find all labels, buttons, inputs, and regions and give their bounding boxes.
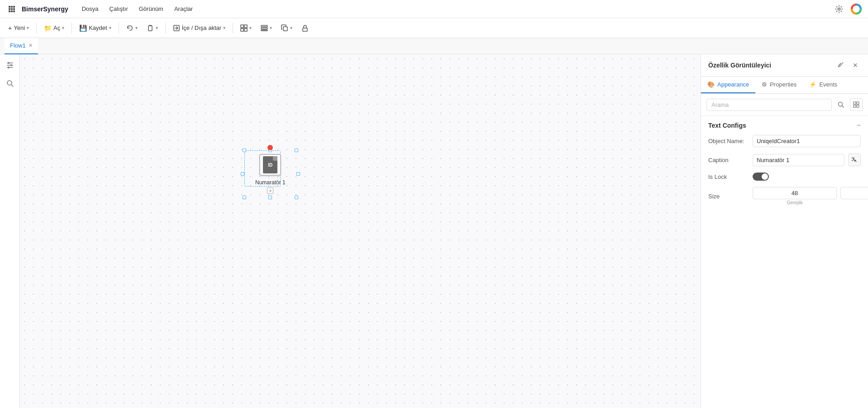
svg-rect-22 <box>303 28 307 31</box>
svg-rect-17 <box>244 29 247 31</box>
svg-rect-0 <box>9 6 10 8</box>
panel-search <box>701 94 868 116</box>
svg-rect-28 <box>854 102 856 104</box>
size-group: Genişlik Yükseklik <box>753 187 868 205</box>
events-tab-icon: ⚡ <box>809 81 816 88</box>
size-height-input[interactable] <box>840 187 868 199</box>
menu-dosya[interactable]: Dosya <box>77 4 103 14</box>
svg-point-23 <box>8 62 10 64</box>
svg-rect-21 <box>283 27 287 31</box>
handle-bl[interactable] <box>243 196 246 199</box>
section-title: Text Configs <box>708 122 746 129</box>
undo-button[interactable]: ▾ <box>123 23 141 34</box>
caption-input[interactable] <box>753 154 844 166</box>
svg-rect-5 <box>13 8 15 10</box>
tab-properties[interactable]: ⚙ Properties <box>755 77 803 93</box>
search-input[interactable] <box>706 99 832 111</box>
lock-button[interactable] <box>298 23 312 34</box>
svg-rect-20 <box>261 30 267 31</box>
caption-label: Caption <box>708 157 749 163</box>
tab-events[interactable]: ⚡ Events <box>803 77 844 93</box>
svg-rect-2 <box>13 6 15 8</box>
main-layout: ID Numaratör 1 + Özellik Görüntüleyici ✕ <box>0 54 868 408</box>
tab-close-icon[interactable]: ✕ <box>29 43 33 48</box>
node-connector-top[interactable] <box>267 145 273 150</box>
open-button[interactable]: 📁 Aç ▾ <box>40 23 68 34</box>
svg-point-24 <box>10 64 12 66</box>
svg-point-11 <box>854 7 858 11</box>
properties-tab-icon: ⚙ <box>762 81 767 88</box>
appearance-tab-icon: 🎨 <box>707 81 715 88</box>
svg-rect-19 <box>261 28 267 29</box>
handle-tr[interactable] <box>295 149 298 152</box>
height-sub-label: Yükseklik <box>840 200 868 205</box>
toolbar: + Yeni ▾ 📁 Aç ▾ 💾 Kaydet ▾ ▾ ▾ İçe / Dış <box>0 18 868 38</box>
sidebar-search-icon[interactable] <box>3 76 17 91</box>
svg-rect-4 <box>11 8 13 10</box>
handle-tl[interactable] <box>243 149 246 152</box>
svg-rect-12 <box>148 26 152 31</box>
panel-pin-icon[interactable] <box>835 60 846 71</box>
save-button[interactable]: 💾 Kaydet ▾ <box>76 23 114 34</box>
panel-header: Özellik Görüntüleyici ✕ <box>701 54 868 77</box>
new-button[interactable]: + Yeni ▾ <box>5 23 33 34</box>
search-button[interactable] <box>835 98 847 111</box>
size-width-input[interactable] <box>753 187 837 199</box>
right-panel: Özellik Görüntüleyici ✕ 🎨 Appearance ⚙ P… <box>701 54 868 408</box>
tab-appearance[interactable]: 🎨 Appearance <box>701 77 755 93</box>
handle-bm[interactable] <box>268 196 272 199</box>
handle-mr[interactable] <box>296 172 300 176</box>
import-export-button[interactable]: İçe / Dışa aktar ▾ <box>169 23 229 34</box>
width-sub-label: Genişlik <box>753 200 837 205</box>
app-logo: BimserSynergy <box>22 5 68 13</box>
grid-toggle-button[interactable]: ▾ <box>237 23 255 34</box>
colorwheel-icon[interactable] <box>850 3 863 15</box>
is-lock-row: Is Lock <box>708 173 861 181</box>
view-toggle-button[interactable]: ▾ <box>257 23 276 34</box>
caption-row: Caption <box>708 154 861 166</box>
grid-menu-icon[interactable] <box>5 3 18 15</box>
is-lock-label: Is Lock <box>708 173 749 180</box>
panel-tabs: 🎨 Appearance ⚙ Properties ⚡ Events <box>701 77 868 94</box>
object-name-label: Object Name: <box>708 138 749 144</box>
svg-rect-14 <box>241 25 243 28</box>
menu-bar: BimserSynergy Dosya Çalıştır Görünüm Ara… <box>0 0 868 18</box>
paste-button[interactable]: ▾ <box>143 23 162 34</box>
object-name-input[interactable] <box>753 135 861 147</box>
svg-rect-8 <box>13 10 15 12</box>
settings-icon[interactable] <box>833 3 845 15</box>
size-height-wrap: Yükseklik <box>840 187 868 205</box>
svg-point-9 <box>838 8 840 10</box>
size-width-wrap: Genişlik <box>753 187 837 205</box>
node-icon: ID <box>263 156 277 173</box>
section-collapse-button[interactable]: − <box>857 121 861 130</box>
menu-araclar[interactable]: Araçlar <box>170 4 197 14</box>
caption-translate-button[interactable] <box>848 154 861 166</box>
svg-rect-7 <box>11 10 13 12</box>
svg-rect-15 <box>244 25 247 28</box>
svg-point-25 <box>8 67 10 68</box>
canvas-node[interactable]: ID Numaratör 1 + <box>255 154 286 194</box>
sidebar-tools-icon[interactable] <box>3 58 17 72</box>
is-lock-toggle[interactable] <box>753 173 769 181</box>
handle-ml[interactable] <box>241 172 244 176</box>
canvas-area[interactable]: ID Numaratör 1 + <box>20 54 701 408</box>
panel-close-icon[interactable]: ✕ <box>850 60 861 71</box>
panel-title: Özellik Görüntüleyici <box>708 62 771 69</box>
tab-bar: Flow1 ✕ <box>0 38 868 54</box>
object-name-row: Object Name: <box>708 135 861 147</box>
svg-rect-31 <box>857 105 859 107</box>
panel-layout-icon[interactable] <box>850 98 863 111</box>
menu-gorunum[interactable]: Görünüm <box>134 4 168 14</box>
size-row: Size Genişlik Yükseklik <box>708 187 861 205</box>
copy-button[interactable]: ▾ <box>277 23 296 34</box>
section-header: Text Configs − <box>708 121 861 130</box>
svg-rect-6 <box>9 10 10 12</box>
node-expand-icon[interactable]: + <box>267 187 273 194</box>
svg-rect-29 <box>857 102 859 104</box>
menu-calistir[interactable]: Çalıştır <box>105 4 133 14</box>
tab-flow1[interactable]: Flow1 ✕ <box>5 38 38 54</box>
svg-rect-30 <box>854 105 856 107</box>
svg-rect-18 <box>261 25 267 27</box>
handle-br[interactable] <box>295 196 298 199</box>
